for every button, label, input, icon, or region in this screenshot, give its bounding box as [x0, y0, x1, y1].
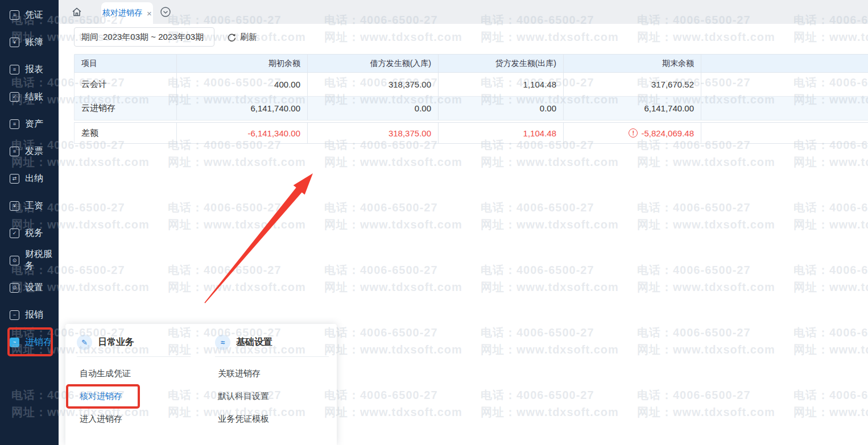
cell-value: 0.00	[308, 97, 439, 120]
invoice-icon: ≡	[10, 147, 19, 156]
divider	[77, 356, 191, 357]
sidebar-item-reports[interactable]: ≡报表	[0, 56, 59, 83]
sidebar-item-inventory[interactable]: ~进销存	[0, 328, 59, 356]
inventory-submenu-popup: ✎ 日常业务 自动生成凭证 核对进销存 进入进销存 ≈ 基础设置 关联进销存 默…	[65, 324, 337, 445]
cell-value-with-warning: ! -5,824,069.48	[564, 123, 701, 143]
table-row-cloud-inventory: 云进销存 6,141,740.00 0.00 0.00 6,141,740.00	[74, 97, 868, 120]
col-header-blank	[701, 55, 868, 72]
col-header-item: 项目	[75, 55, 177, 72]
cell-value: 1,104.48	[439, 73, 564, 96]
menu-item-auto-generate-voucher[interactable]: 自动生成凭证	[77, 362, 199, 385]
period-selector[interactable]: 期间 2023年03期 ~ 2023年03期	[74, 27, 214, 47]
divider	[215, 356, 329, 357]
col-header-ending-balance: 期末余额	[564, 55, 701, 72]
tab-close-icon[interactable]: ×	[147, 9, 152, 18]
assets-icon: ≡	[10, 119, 19, 129]
warning-icon: !	[629, 128, 638, 138]
menu-item-default-account-settings[interactable]: 默认科目设置	[215, 385, 337, 407]
table-row-difference: 差额 -6,141,340.00 318,375.00 1,104.48 ! -…	[74, 122, 868, 144]
section-header: ≈ 基础设置	[215, 334, 337, 350]
sidebar-item-label: 资产	[25, 118, 43, 130]
sidebar-item-payroll[interactable]: ¥工资	[0, 192, 59, 219]
tab-dropdown-icon[interactable]	[160, 6, 171, 18]
sidebar: ≡凭证 ¥账簿 ≡报表 ✓结账 ≡资产 ≡发票 ⇄出纳 ¥工资 ✓税务 ⊙财税服…	[0, 0, 59, 445]
sidebar-item-closing[interactable]: ✓结账	[0, 83, 59, 110]
row-label: 差额	[75, 123, 177, 143]
cell-value: -6,141,340.00	[177, 123, 308, 143]
table-row-cloud-accounting: 云会计 400.00 318,375.00 1,104.48 317,670.5…	[74, 73, 868, 97]
settings-icon: ⊙	[10, 283, 19, 293]
app-window: ≡凭证 ¥账簿 ≡报表 ✓结账 ≡资产 ≡发票 ⇄出纳 ¥工资 ✓税务 ⊙财税服…	[0, 0, 868, 445]
sidebar-item-label: 发票	[25, 145, 43, 157]
sidebar-item-cashier[interactable]: ⇄出纳	[0, 165, 59, 192]
sidebar-item-voucher[interactable]: ≡凭证	[0, 1, 59, 28]
refresh-label: 刷新	[240, 32, 257, 43]
sidebar-item-ledger[interactable]: ¥账簿	[0, 28, 59, 56]
col-header-debit-in: 借方发生额(入库)	[308, 55, 439, 72]
sidebar-item-invoice[interactable]: ≡发票	[0, 138, 59, 165]
cell-value: 6,141,740.00	[177, 97, 308, 120]
sidebar-item-tax[interactable]: ✓税务	[0, 219, 59, 247]
cashier-icon: ⇄	[10, 174, 19, 184]
home-icon[interactable]	[71, 6, 82, 18]
period-label: 期间	[81, 32, 98, 43]
sidebar-item-label: 凭证	[25, 9, 43, 21]
table-header-row: 项目 期初余额 借方发生额(入库) 贷方发生额(出库) 期末余额	[74, 54, 868, 73]
col-header-opening-balance: 期初余额	[177, 55, 308, 72]
sidebar-item-label: 财税服务	[25, 248, 59, 272]
popup-section-basic-settings: ≈ 基础设置 关联进销存 默认科目设置 业务凭证模板	[215, 324, 337, 430]
sidebar-item-expense[interactable]: −报销	[0, 301, 59, 328]
period-value: 2023年03期 ~ 2023年03期	[103, 32, 204, 43]
sidebar-item-settings[interactable]: ⊙设置	[0, 274, 59, 301]
payroll-icon: ¥	[10, 201, 19, 211]
inventory-icon: ~	[10, 338, 19, 347]
menu-item-business-voucher-template[interactable]: 业务凭证模板	[215, 407, 337, 430]
menu-item-enter-inventory[interactable]: 进入进销存	[77, 407, 199, 430]
menu-item-check-inventory[interactable]: 核对进销存	[77, 385, 199, 407]
tax-icon: ✓	[10, 228, 19, 238]
refresh-button[interactable]: 刷新	[224, 27, 261, 47]
fiscal-services-icon: ⊙	[10, 256, 19, 265]
row-label: 云会计	[75, 73, 177, 96]
cell-value: 317,670.52	[564, 73, 701, 96]
section-title: 日常业务	[98, 336, 134, 348]
voucher-icon: ≡	[10, 10, 19, 20]
col-header-credit-out: 贷方发生额(出库)	[439, 55, 564, 72]
section-title: 基础设置	[236, 336, 272, 348]
tab-bar: 核对进销存 ×	[59, 0, 868, 24]
tab-label: 核对进销存	[102, 8, 142, 18]
reconcile-table: 项目 期初余额 借方发生额(入库) 贷方发生额(出库) 期末余额 云会计 400…	[74, 54, 868, 144]
closing-icon: ✓	[10, 92, 19, 102]
cell-value: 318,375.00	[308, 123, 439, 143]
tab-check-inventory[interactable]: 核对进销存 ×	[101, 2, 153, 24]
sidebar-item-label: 出纳	[25, 173, 43, 185]
expense-icon: −	[10, 310, 19, 320]
cell-value: 400.00	[177, 73, 308, 96]
basic-settings-icon: ≈	[215, 335, 230, 350]
cell-value: -5,824,069.48	[641, 128, 694, 138]
sidebar-item-label: 进销存	[25, 336, 52, 348]
sidebar-item-label: 账簿	[25, 36, 43, 48]
daily-business-icon: ✎	[77, 335, 92, 350]
refresh-icon	[227, 32, 237, 42]
cell-value: 6,141,740.00	[564, 97, 701, 120]
ledger-icon: ¥	[10, 38, 19, 47]
popup-section-daily-business: ✎ 日常业务 自动生成凭证 核对进销存 进入进销存	[77, 324, 199, 430]
sidebar-item-label: 报表	[25, 64, 43, 76]
table-body: 云会计 400.00 318,375.00 1,104.48 317,670.5…	[74, 73, 868, 120]
menu-item-link-inventory[interactable]: 关联进销存	[215, 362, 337, 385]
sidebar-item-label: 工资	[25, 200, 43, 212]
sidebar-item-label: 结账	[25, 91, 43, 103]
sidebar-item-assets[interactable]: ≡资产	[0, 110, 59, 138]
cell-value: 318,375.00	[308, 73, 439, 96]
reports-icon: ≡	[10, 65, 19, 74]
toolbar: 期间 2023年03期 ~ 2023年03期 刷新	[59, 24, 868, 54]
sidebar-item-label: 设置	[25, 282, 43, 294]
cell-value: 0.00	[439, 97, 564, 120]
sidebar-item-label: 报销	[25, 309, 43, 321]
sidebar-item-fiscal-services[interactable]: ⊙财税服务	[0, 247, 59, 274]
section-header: ✎ 日常业务	[77, 334, 199, 350]
cell-value: 1,104.48	[439, 123, 564, 143]
sidebar-item-label: 税务	[25, 227, 43, 239]
row-label: 云进销存	[75, 97, 177, 120]
